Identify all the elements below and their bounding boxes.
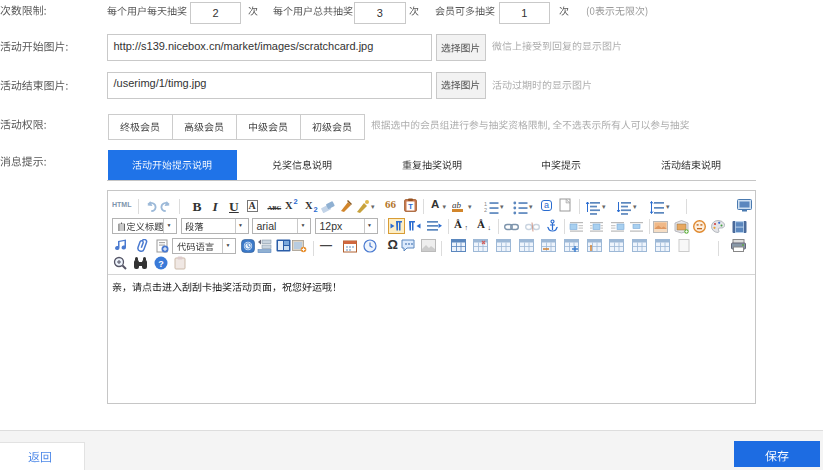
svg-text:ab: ab: [452, 200, 462, 210]
svg-text:T: T: [408, 202, 413, 211]
svg-text:2: 2: [484, 207, 487, 213]
svg-text:1: 1: [484, 201, 487, 207]
svg-text:?: ?: [158, 259, 164, 269]
